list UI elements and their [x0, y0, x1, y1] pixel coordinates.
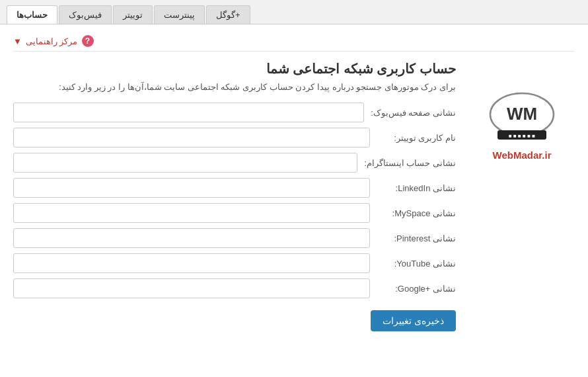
field-input-myspace[interactable]: [13, 203, 370, 223]
form-section: حساب کاربری شبکه اجتماعی شما برای درک مو…: [13, 61, 456, 331]
field-input-twitter[interactable]: [13, 128, 370, 147]
field-input-pinterest[interactable]: [13, 228, 370, 248]
field-label-twitter: نام کاربری توییتر:: [377, 133, 456, 143]
field-row-youtube: نشانی YouTube:: [13, 253, 456, 273]
save-button[interactable]: ذخیره‌ی تغییرات: [371, 310, 456, 331]
save-bar: ذخیره‌ی تغییرات: [13, 310, 456, 331]
field-input-youtube[interactable]: [13, 253, 370, 273]
field-input-facebook[interactable]: [13, 103, 364, 122]
field-label-linkedin: نشانی LinkedIn:: [377, 183, 456, 193]
content-layout: WM ■ ■ ■ ■ ■ ■ WebMadar.ir حساب کاربری ش…: [13, 61, 575, 331]
tab-twitter[interactable]: توییتر: [113, 5, 153, 24]
tab-accounts[interactable]: حساب‌ها: [7, 5, 57, 24]
form-fields: نشانی صفحه فیس‌بوک: نام کاربری توییتر: ن…: [13, 103, 456, 298]
field-label-myspace: نشانی MySpace:: [377, 208, 456, 218]
tab-googleminus[interactable]: +گوگل: [206, 5, 250, 24]
field-label-instagram: نشانی حساب اینستاگرام:: [364, 158, 456, 168]
field-input-googleplus[interactable]: [13, 278, 370, 298]
field-label-youtube: نشانی YouTube:: [377, 259, 456, 269]
help-bar: ? مرکز راهنمایی ▼: [13, 31, 575, 52]
field-row-googleplus: نشانی +Google:: [13, 278, 456, 298]
top-tabs: +گوگل پینترست توییتر فیس‌بوک حساب‌ها: [0, 0, 588, 24]
main-content: ? مرکز راهنمایی ▼ WM ■ ■ ■ ■ ■ ■: [0, 24, 588, 377]
field-label-googleplus: نشانی +Google:: [377, 284, 456, 294]
help-link[interactable]: مرکز راهنمایی: [26, 36, 78, 46]
svg-text:WM: WM: [507, 104, 537, 124]
field-row-facebook: نشانی صفحه فیس‌بوک:: [13, 103, 456, 122]
field-row-pinterest: نشانی Pinterest:: [13, 228, 456, 248]
help-arrow: ▼: [13, 36, 22, 46]
help-icon[interactable]: ?: [82, 35, 94, 47]
tab-facebook[interactable]: فیس‌بوک: [59, 5, 112, 24]
form-title: حساب کاربری شبکه اجتماعی شما: [13, 61, 456, 77]
field-row-myspace: نشانی MySpace:: [13, 203, 456, 223]
field-row-instagram: نشانی حساب اینستاگرام:: [13, 153, 456, 173]
logo-section: WM ■ ■ ■ ■ ■ ■ WebMadar.ir: [469, 61, 575, 331]
field-row-linkedin: نشانی LinkedIn:: [13, 178, 456, 198]
field-label-facebook: نشانی صفحه فیس‌بوک:: [371, 108, 456, 118]
form-description: برای درک موتورهای جستجو درباره پیدا کردن…: [13, 82, 456, 92]
field-input-linkedin[interactable]: [13, 178, 370, 198]
field-input-instagram[interactable]: [13, 153, 357, 173]
logo-text: WebMadar.ir: [493, 149, 552, 161]
tab-pinterest[interactable]: پینترست: [154, 5, 205, 24]
page-wrapper: +گوگل پینترست توییتر فیس‌بوک حساب‌ها ? م…: [0, 0, 588, 377]
field-row-twitter: نام کاربری توییتر:: [13, 128, 456, 147]
svg-text:■ ■ ■ ■ ■ ■: ■ ■ ■ ■ ■ ■: [509, 133, 535, 139]
field-label-pinterest: نشانی Pinterest:: [377, 233, 456, 243]
logo-image: WM ■ ■ ■ ■ ■ ■: [482, 87, 562, 147]
